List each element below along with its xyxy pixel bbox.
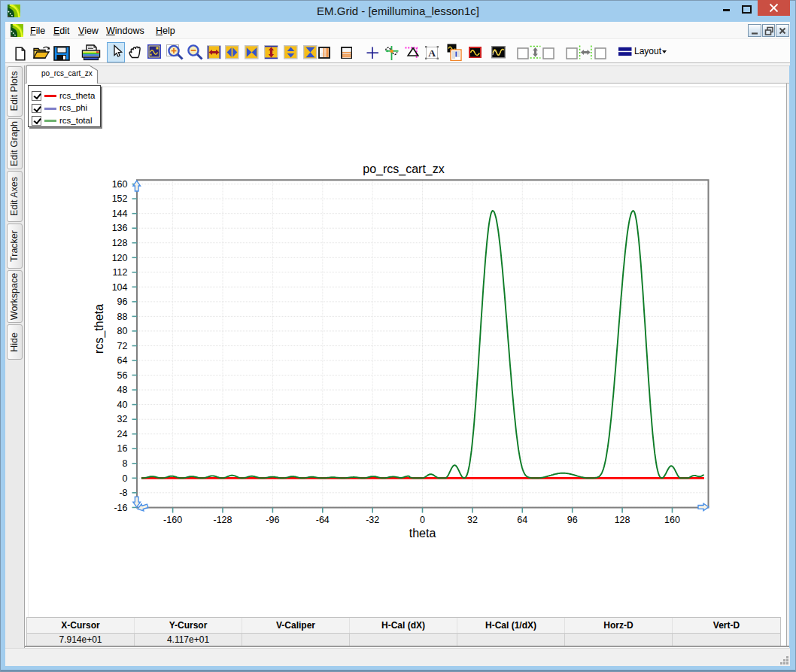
svg-text:rcs_theta: rcs_theta [93, 304, 106, 354]
svg-text:88: 88 [117, 312, 128, 322]
svg-text:32: 32 [467, 515, 478, 525]
svg-text:-128: -128 [213, 515, 232, 525]
svg-text:40: 40 [117, 400, 128, 410]
svg-text:0: 0 [123, 473, 128, 484]
svg-text:theta: theta [409, 527, 436, 540]
svg-text:152: 152 [112, 193, 128, 204]
svg-text:-96: -96 [266, 515, 279, 525]
svg-text:128: 128 [615, 515, 630, 525]
svg-text:16: 16 [117, 443, 128, 454]
svg-text:128: 128 [112, 238, 128, 248]
svg-text:112: 112 [113, 267, 128, 278]
svg-text:32: 32 [117, 414, 128, 424]
svg-text:-32: -32 [366, 515, 379, 525]
svg-text:A: A [428, 47, 436, 58]
svg-text:0: 0 [420, 515, 425, 525]
svg-text:64: 64 [517, 515, 527, 525]
svg-text:po_rcs_cart_zx: po_rcs_cart_zx [363, 163, 445, 176]
svg-text:120: 120 [112, 253, 128, 263]
svg-text:56: 56 [117, 370, 128, 381]
svg-text:96: 96 [567, 515, 578, 525]
svg-text:104: 104 [112, 282, 128, 293]
svg-text:160: 160 [112, 179, 128, 190]
svg-text:24: 24 [117, 429, 128, 439]
svg-text:96: 96 [117, 296, 128, 307]
svg-text:48: 48 [117, 385, 128, 395]
svg-text:160: 160 [664, 515, 680, 525]
svg-text:136: 136 [112, 223, 128, 233]
svg-text:-160: -160 [163, 515, 182, 525]
svg-text:-64: -64 [316, 515, 330, 525]
svg-text:8: 8 [123, 458, 128, 469]
svg-text:72: 72 [117, 341, 128, 351]
svg-text:-16: -16 [114, 503, 127, 513]
svg-text:80: 80 [117, 326, 128, 336]
svg-text:144: 144 [112, 208, 128, 219]
svg-text:64: 64 [117, 355, 128, 366]
svg-text:-8: -8 [119, 488, 127, 498]
